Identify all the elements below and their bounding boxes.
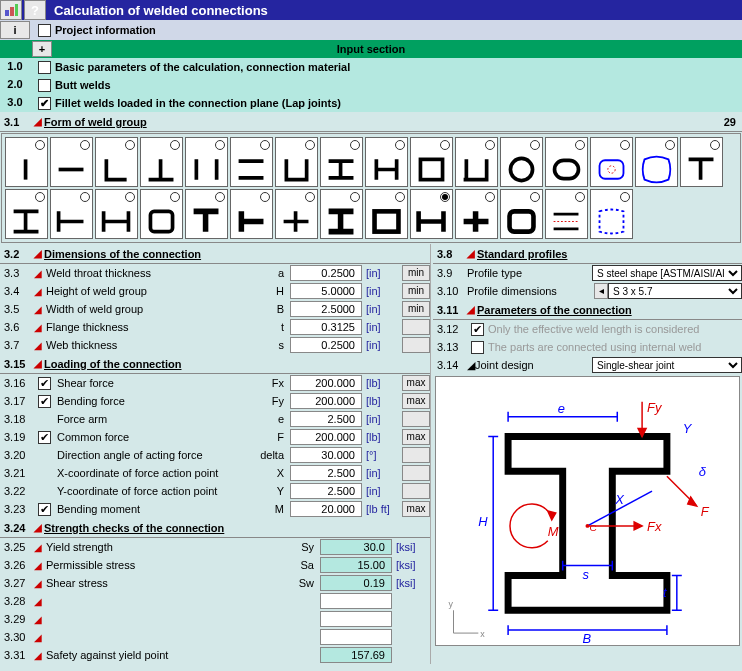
row-value[interactable]: 2.500 [290,483,362,499]
weld-option-29[interactable] [545,189,588,239]
expand-btn[interactable]: + [32,41,52,57]
profile-prev-btn[interactable]: ◂ [594,283,608,299]
r313-chk[interactable] [471,341,484,354]
row-value [320,629,392,645]
proj-info-chk[interactable] [38,24,51,37]
tri-icon: ◢ [34,340,42,351]
row-value[interactable]: 200.000 [290,375,362,391]
row-sym: Sa [284,559,320,571]
r39-lbl: Profile type [467,267,592,279]
weld-option-28[interactable] [500,189,543,239]
row-sym: Fy [254,395,290,407]
chk[interactable]: ✔ [38,431,51,444]
weld-option-15[interactable] [635,137,678,187]
weld-option-18[interactable] [50,189,93,239]
min-btn[interactable]: min [402,283,430,299]
row-value[interactable]: 0.3125 [290,319,362,335]
weld-option-30[interactable] [590,189,633,239]
profile-type-select[interactable]: S steel shape [ASTM/AISI/AISC] [592,265,742,281]
tri-icon: ◢ [34,560,42,571]
max-btn[interactable]: max [402,393,430,409]
btn-disabled [402,447,430,463]
chk[interactable]: ✔ [38,503,51,516]
min-btn[interactable]: min [402,265,430,281]
chk[interactable]: ✔ [38,377,51,390]
row-value[interactable]: 2.500 [290,411,362,427]
weld-option-6[interactable] [230,137,273,187]
weld-option-10[interactable] [410,137,453,187]
load-hdr-label: Loading of the connection [44,358,182,370]
app-icon[interactable] [0,0,22,20]
r312-chk[interactable]: ✔ [471,323,484,336]
tri-icon: ◢ [34,542,42,553]
r314-num: 3.14 [433,359,467,371]
max-btn[interactable]: max [402,429,430,445]
svg-rect-5 [420,159,442,179]
row-value[interactable]: 0.2500 [290,337,362,353]
weld-option-7[interactable] [275,137,318,187]
sec-20-chk[interactable] [38,79,51,92]
weld-option-17[interactable] [5,189,48,239]
weld-option-1[interactable] [5,137,48,187]
row-label: X-coordinate of force action point [55,467,254,479]
row-value[interactable]: 5.0000 [290,283,362,299]
btn-disabled [402,411,430,427]
weld-option-8[interactable] [320,137,363,187]
row-value [320,611,392,627]
weld-option-5[interactable] [185,137,228,187]
row-num: 3.29 [0,613,34,625]
row-value[interactable]: 2.5000 [290,301,362,317]
row-value[interactable]: 200.000 [290,393,362,409]
weld-option-2[interactable] [50,137,93,187]
max-btn[interactable]: max [402,375,430,391]
row-num: 3.23 [0,503,34,515]
min-btn[interactable]: min [402,301,430,317]
r310-num: 3.10 [433,285,467,297]
row-value[interactable]: 200.000 [290,429,362,445]
row-value[interactable]: 20.000 [290,501,362,517]
row-value[interactable]: 0.2500 [290,265,362,281]
joint-design-select[interactable]: Single-shear joint [592,357,742,373]
row-sym: B [254,303,290,315]
row-label: Weld throat thickness [44,267,254,279]
row-unit: [ksi] [392,577,430,589]
weld-option-4[interactable] [140,137,183,187]
weld-option-26[interactable] [410,189,453,239]
weld-option-14[interactable] [590,137,633,187]
weld-option-19[interactable] [95,189,138,239]
sec-30-chk[interactable]: ✔ [38,97,51,110]
chk[interactable]: ✔ [38,395,51,408]
sec-10-label: Basic parameters of the calculation, con… [55,61,350,73]
weld-option-27[interactable] [455,189,498,239]
weld-option-22[interactable] [230,189,273,239]
weld-option-21[interactable] [185,189,228,239]
weld-option-25[interactable] [365,189,408,239]
help-icon[interactable]: ? [24,0,46,20]
row-value[interactable]: 30.000 [290,447,362,463]
svg-text:y: y [449,599,454,609]
row-sym: t [254,321,290,333]
sec-10-chk[interactable] [38,61,51,74]
app-title: Calculation of welded connections [54,3,268,18]
row-value[interactable]: 2.500 [290,465,362,481]
row-sym: H [254,285,290,297]
weld-option-3[interactable] [95,137,138,187]
svg-text:x: x [480,629,485,639]
weld-option-23[interactable] [275,189,318,239]
weld-option-11[interactable] [455,137,498,187]
tri-icon: ◢ [34,596,42,607]
svg-text:Fx: Fx [647,519,662,534]
weld-option-13[interactable] [545,137,588,187]
max-btn[interactable]: max [402,501,430,517]
profile-dim-select[interactable]: S 3 x 5.7 [608,283,742,299]
weld-option-16[interactable] [680,137,723,187]
row-num: 3.30 [0,631,34,643]
weld-option-12[interactable] [500,137,543,187]
weld-option-24[interactable] [320,189,363,239]
str-hdr-label: Strength checks of the connection [44,522,224,534]
weld-option-20[interactable] [140,189,183,239]
weld-option-9[interactable] [365,137,408,187]
connection-diagram: e Fy Y δ F X Fx M C s H t B x y [435,376,740,646]
row-sym: Sy [284,541,320,553]
tri-icon: ◢ [34,268,42,279]
